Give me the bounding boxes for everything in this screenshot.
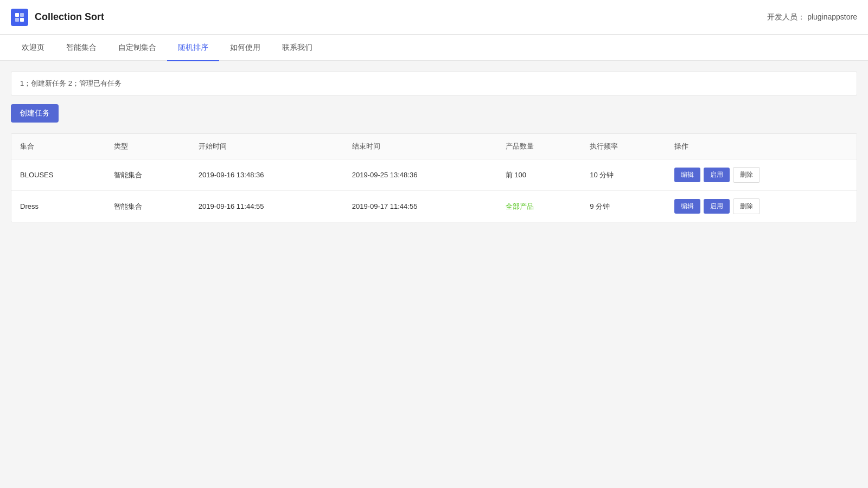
svg-rect-1 xyxy=(20,13,24,17)
svg-rect-3 xyxy=(20,18,24,22)
cell-product-count: 前 100 xyxy=(497,159,582,191)
cell-start-time: 2019-09-16 13:48:36 xyxy=(190,159,343,191)
create-task-button[interactable]: 创建任务 xyxy=(11,104,59,123)
cell-end-time: 2019-09-17 11:44:55 xyxy=(343,191,497,222)
cell-type: 智能集合 xyxy=(105,159,190,191)
developer-name: pluginappstore xyxy=(807,12,857,21)
header: Collection Sort 开发人员： pluginappstore xyxy=(0,0,868,35)
nav-item-welcome[interactable]: 欢迎页 xyxy=(11,35,55,61)
nav-item-contact[interactable]: 联系我们 xyxy=(271,35,323,61)
nav-item-smart[interactable]: 智能集合 xyxy=(55,35,107,61)
col-type: 类型 xyxy=(105,134,190,159)
delete-button[interactable]: 删除 xyxy=(733,198,760,214)
edit-button[interactable]: 编辑 xyxy=(674,168,700,182)
enable-button[interactable]: 启用 xyxy=(704,199,730,214)
cell-product-count: 全部产品 xyxy=(497,191,582,222)
col-end-time: 结束时间 xyxy=(343,134,497,159)
cell-collection: BLOUSES xyxy=(11,159,105,191)
enable-button[interactable]: 启用 xyxy=(704,168,730,182)
table-header-row: 集合 类型 开始时间 结束时间 产品数量 执行频率 操作 xyxy=(11,134,857,159)
col-product-count: 产品数量 xyxy=(497,134,582,159)
app-title: Collection Sort xyxy=(35,11,104,23)
edit-button[interactable]: 编辑 xyxy=(674,199,700,214)
nav-item-howto[interactable]: 如何使用 xyxy=(219,35,271,61)
cell-collection: Dress xyxy=(11,191,105,222)
cell-frequency: 10 分钟 xyxy=(581,159,666,191)
cell-frequency: 9 分钟 xyxy=(581,191,666,222)
table-row: BLOUSES 智能集合 2019-09-16 13:48:36 2019-09… xyxy=(11,159,857,191)
nav-item-random[interactable]: 随机排序 xyxy=(167,35,219,61)
logo-icon xyxy=(11,9,28,26)
developer-label: 开发人员： xyxy=(767,12,805,21)
cell-actions: 编辑 启用 删除 xyxy=(666,191,857,222)
col-frequency: 执行频率 xyxy=(581,134,666,159)
delete-button[interactable]: 删除 xyxy=(733,167,760,183)
table-row: Dress 智能集合 2019-09-16 11:44:55 2019-09-1… xyxy=(11,191,857,222)
cell-start-time: 2019-09-16 11:44:55 xyxy=(190,191,343,222)
developer-info: 开发人员： pluginappstore xyxy=(767,12,857,22)
nav-item-custom[interactable]: 自定制集合 xyxy=(107,35,167,61)
col-collection: 集合 xyxy=(11,134,105,159)
cell-type: 智能集合 xyxy=(105,191,190,222)
col-start-time: 开始时间 xyxy=(190,134,343,159)
info-bar: 1；创建新任务 2；管理已有任务 xyxy=(11,72,857,95)
header-left: Collection Sort xyxy=(11,9,104,26)
tasks-table: 集合 类型 开始时间 结束时间 产品数量 执行频率 操作 BLOUSES 智能集… xyxy=(11,133,857,222)
cell-actions: 编辑 启用 删除 xyxy=(666,159,857,191)
info-text: 1；创建新任务 2；管理已有任务 xyxy=(20,79,122,87)
main-content: 1；创建新任务 2；管理已有任务 创建任务 集合 类型 开始时间 结束时间 产品… xyxy=(0,61,868,233)
svg-rect-0 xyxy=(15,13,19,17)
navigation: 欢迎页 智能集合 自定制集合 随机排序 如何使用 联系我们 xyxy=(0,35,868,61)
svg-rect-2 xyxy=(15,18,19,22)
cell-end-time: 2019-09-25 13:48:36 xyxy=(343,159,497,191)
col-actions: 操作 xyxy=(666,134,857,159)
